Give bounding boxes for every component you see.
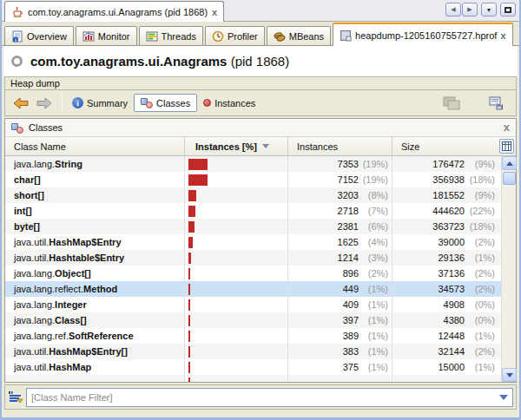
table-row[interactable]: java.lang.Integer409(1%)4908(0%)	[5, 297, 501, 312]
scroll-up-button[interactable]	[502, 156, 517, 170]
instances-percent-bar	[188, 190, 196, 201]
vertical-scrollbar[interactable]	[501, 156, 516, 382]
size-cell: 34573(2%)	[392, 281, 501, 297]
instances-percent-cell	[184, 266, 287, 281]
instances-percent-bar	[188, 346, 190, 358]
tab-mbeans[interactable]: MBeans	[267, 26, 331, 45]
instances-percent-cell	[184, 250, 287, 266]
tab-monitor[interactable]: Monitor	[76, 26, 137, 45]
tab-threads-label: Threads	[162, 31, 196, 42]
scrollbar-thumb[interactable]	[503, 172, 516, 185]
instances-button[interactable]: Instances	[203, 98, 255, 108]
classes-button-label: Classes	[156, 98, 190, 108]
tab-overview-label: Overview	[27, 31, 67, 42]
class-name-cell: java.lang.reflect.Method	[5, 281, 184, 297]
instances-percent-cell	[184, 203, 287, 219]
table-row[interactable]: byte[]2381(6%)363723(18%)	[5, 219, 501, 234]
instances-percent-bar	[188, 315, 190, 326]
table-row[interactable]: java.util.Hashtable$Entry1214(3%)29136(1…	[5, 250, 501, 266]
close-icon[interactable]: x	[500, 31, 505, 40]
document-tab-strip: i Overview Monitor Threads	[2, 22, 519, 46]
instance-dot-icon	[203, 99, 211, 107]
close-panel-icon[interactable]: x	[504, 123, 510, 132]
instances-percent-cell	[184, 234, 287, 250]
heap-dump-window: com.toy.anagrams.ui.Anagrams (pid 1868) …	[0, 0, 521, 420]
class-name-filter-input[interactable]: [Class Name Filter]	[26, 388, 513, 407]
table-row[interactable]: java.lang.Class[]397(1%)4380(0%)	[5, 312, 501, 328]
forward-arrow-icon[interactable]	[36, 97, 52, 109]
column-chooser-button[interactable]	[499, 139, 514, 154]
mbeans-icon	[274, 30, 286, 43]
arrow-down-icon	[506, 373, 513, 377]
filter-bar: [Class Name Filter]	[4, 384, 517, 410]
table-row[interactable]: java.util.HashMap$Entry1625(4%)39000(2%)	[5, 234, 501, 250]
tab-scroll-controls: ◀ ▶ ▼	[445, 3, 516, 16]
overlapping-windows-icon[interactable]	[443, 96, 460, 110]
filter-icon	[8, 390, 23, 404]
application-tab-label: com.toy.anagrams.ui.Anagrams (pid 1868)	[28, 7, 208, 17]
table-row[interactable]: char[]7152(19%)356938(18%)	[5, 172, 501, 187]
class-name-cell: java.util.HashMap$Entry	[5, 234, 184, 250]
close-icon[interactable]: x	[212, 8, 217, 16]
scroll-down-button[interactable]	[502, 368, 517, 382]
tab-overview[interactable]: i Overview	[4, 26, 74, 45]
overview-icon: i	[11, 30, 23, 43]
back-arrow-icon[interactable]	[13, 97, 30, 109]
scroll-tabs-right-button[interactable]: ▶	[462, 3, 478, 16]
instances-percent-bar	[188, 206, 195, 217]
tab-heapdump[interactable]: heapdump-1205160755727.hprof x	[333, 23, 512, 46]
column-header-instances[interactable]: Instances	[287, 137, 392, 155]
tab-profiler[interactable]: Profiler	[205, 26, 265, 45]
instances-percent-bar	[188, 174, 208, 186]
column-header-instances-pct[interactable]: Instances [%]	[184, 137, 287, 155]
table-row[interactable]: java.lang.Object[]896(2%)37136(2%)	[5, 266, 501, 281]
size-cell: 29136(1%)	[392, 250, 501, 266]
tab-heapdump-label: heapdump-1205160755727.hprof	[355, 30, 497, 41]
class-name-cell: java.util.HashMap$Entry[]	[5, 344, 184, 359]
class-name-cell	[5, 375, 184, 382]
table-row[interactable]: java.lang.ref.SoftReference389(1%)12448(…	[5, 328, 501, 344]
class-name-cell: char[]	[5, 172, 184, 187]
scroll-tabs-left-button[interactable]: ◀	[445, 3, 461, 16]
tab-monitor-label: Monitor	[98, 31, 130, 42]
instances-percent-bar	[188, 299, 190, 311]
instances-cell: 449(1%)	[287, 281, 392, 297]
table-row[interactable]: java.lang.reflect.Method449(1%)34573(2%)	[5, 281, 501, 297]
table-row[interactable]: java.util.HashMap375(1%)15000(1%)	[5, 359, 501, 375]
instances-cell: 2718(7%)	[287, 203, 392, 219]
instances-percent-cell	[184, 172, 287, 187]
table-row[interactable]: java.util.HashMap$Entry[]383(1%)32144(2%…	[5, 344, 501, 359]
instances-cell: 397(1%)	[287, 312, 392, 328]
column-header-class-name[interactable]: Class Name	[5, 137, 184, 155]
summary-button[interactable]: i Summary	[72, 97, 128, 108]
size-cell: 181552(9%)	[392, 187, 501, 203]
tab-threads[interactable]: Threads	[139, 26, 203, 45]
filter-dropdown-chevron-icon[interactable]	[499, 395, 508, 400]
classes-button[interactable]: Classes	[134, 94, 197, 112]
tab-list-dropdown-button[interactable]: ▼	[481, 3, 497, 16]
table-grid-icon	[502, 141, 511, 151]
arrow-up-icon	[506, 161, 513, 166]
instances-cell: 375(1%)	[287, 359, 392, 375]
table-row[interactable]: int[]2718(7%)444620(22%)	[5, 203, 501, 219]
column-header-size[interactable]: Size	[392, 137, 516, 155]
instances-percent-bar	[188, 237, 193, 248]
class-name-cell: java.lang.ref.SoftReference	[5, 328, 184, 344]
table-row[interactable]: short[]3203(8%)181552(9%)	[5, 187, 501, 203]
table-row[interactable]	[5, 375, 501, 382]
application-tab[interactable]: com.toy.anagrams.ui.Anagrams (pid 1868) …	[4, 1, 224, 22]
instances-percent-cell	[184, 219, 287, 234]
table-row[interactable]: java.lang.String7353(19%)176472(9%)	[5, 156, 501, 172]
instances-percent-cell	[184, 328, 287, 344]
classes-panel: Classes x Class Name Instances [%] Insta…	[4, 118, 517, 383]
class-name-cell: byte[]	[5, 219, 184, 234]
instances-cell: 7353(19%)	[287, 156, 392, 172]
maximize-view-button[interactable]	[500, 3, 516, 16]
size-cell: 4908(0%)	[392, 297, 501, 312]
instances-percent-cell	[184, 187, 287, 203]
arrow-into-window-icon[interactable]	[489, 95, 505, 110]
instances-cell: 383(1%)	[287, 344, 392, 359]
classes-panel-title: Classes	[29, 122, 63, 133]
size-cell: 12448(1%)	[392, 328, 501, 344]
instances-percent-cell	[184, 297, 287, 312]
